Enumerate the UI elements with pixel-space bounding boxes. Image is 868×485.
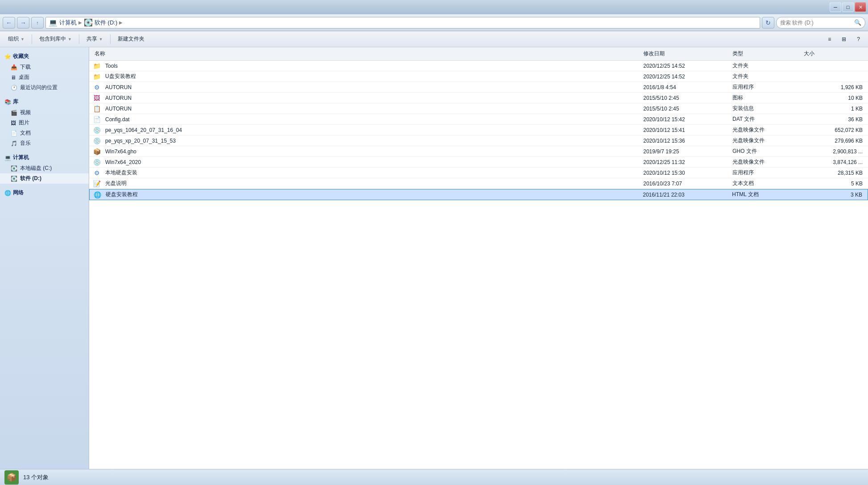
toolbar-sep-3: [110, 34, 111, 44]
file-type: 应用程序: [731, 169, 802, 177]
network-label: 网络: [13, 189, 24, 197]
search-box[interactable]: 🔍: [776, 17, 865, 29]
col-header-size[interactable]: 大小: [802, 49, 864, 58]
sidebar-section-computer: 💻 计算机 💽 本地磁盘 (C:) 💽 软件 (D:): [0, 152, 89, 184]
col-header-type[interactable]: 类型: [731, 49, 802, 58]
sidebar-section-favorites: ⭐ 收藏夹 📥 下载 🖥 桌面 🕐 最近访问的位置: [0, 51, 89, 93]
video-label: 视频: [20, 109, 31, 116]
file-name: Config.dat: [103, 116, 132, 123]
sidebar-item-desktop[interactable]: 🖥 桌面: [0, 72, 89, 82]
status-bar: 📦 13 个对象: [0, 469, 868, 485]
sidebar-section-library-header[interactable]: 📚 库: [0, 96, 89, 107]
toolbar-sep-1: [32, 34, 32, 44]
file-icon: 💿: [93, 137, 101, 145]
main-layout: ⭐ 收藏夹 📥 下载 🖥 桌面 🕐 最近访问的位置 📚 库: [0, 47, 868, 469]
favorites-icon: ⭐: [4, 53, 11, 60]
up-button[interactable]: ↑: [31, 17, 44, 29]
view-button[interactable]: ≡: [823, 33, 835, 45]
sidebar-section-favorites-header[interactable]: ⭐ 收藏夹: [0, 51, 89, 62]
col-header-name[interactable]: 名称: [93, 49, 642, 58]
sidebar-item-music[interactable]: 🎵 音乐: [0, 138, 89, 148]
sidebar-section-computer-header[interactable]: 💻 计算机: [0, 152, 89, 163]
file-size: [802, 76, 864, 77]
table-row[interactable]: ⚙ 本地硬盘安装 2020/10/12 15:30 应用程序 28,315 KB: [89, 168, 868, 178]
path-drive[interactable]: 软件 (D:): [95, 19, 117, 27]
music-icon: 🎵: [11, 140, 17, 147]
address-bar: ← → ↑ 💻 计算机 ▶ 💽 软件 (D:) ▶ ↻ 🔍: [0, 14, 868, 31]
sidebar-item-drive-d[interactable]: 💽 软件 (D:): [0, 173, 89, 184]
file-size: 652,072 KB: [802, 127, 864, 134]
col-header-modified[interactable]: 修改日期: [642, 49, 731, 58]
file-size: 3,874,126 ...: [802, 159, 864, 166]
new-folder-button[interactable]: 新建文件夹: [113, 33, 149, 45]
sidebar-section-network-header[interactable]: 🌐 网络: [0, 187, 89, 198]
file-icon: 📁: [93, 62, 101, 70]
table-row[interactable]: 📋 AUTORUN 2015/5/10 2:45 安装信息 1 KB: [89, 103, 868, 114]
share-button[interactable]: 共享 ▼: [82, 33, 107, 45]
file-type: 文件夹: [731, 72, 802, 81]
file-name: pe_yqs_xp_20_07_31_15_53: [103, 137, 177, 144]
file-modified: 2020/12/25 14:52: [642, 62, 731, 70]
file-rows-container: 📁 Tools 2020/12/25 14:52 文件夹 📁 U盘安装教程 20…: [89, 61, 868, 200]
file-modified: 2020/10/12 15:42: [642, 116, 731, 123]
drive-c-icon: 💽: [11, 165, 17, 172]
table-row[interactable]: 📁 U盘安装教程 2020/12/25 14:52 文件夹: [89, 71, 868, 82]
share-chevron: ▼: [99, 37, 103, 41]
file-icon: 📁: [93, 73, 101, 81]
sidebar-item-downloads[interactable]: 📥 下载: [0, 62, 89, 72]
file-name: Tools: [103, 62, 119, 70]
table-row[interactable]: 📝 光盘说明 2016/10/23 7:07 文本文档 5 KB: [89, 178, 868, 189]
sidebar-item-image[interactable]: 🖼 图片: [0, 118, 89, 128]
table-row[interactable]: 📄 Config.dat 2020/10/12 15:42 DAT 文件 36 …: [89, 114, 868, 125]
sidebar-section-library: 📚 库 🎬 视频 🖼 图片 📄 文档 🎵 音乐: [0, 96, 89, 148]
table-row[interactable]: 📁 Tools 2020/12/25 14:52 文件夹: [89, 61, 868, 71]
table-row[interactable]: 🌐 硬盘安装教程 2016/11/21 22:03 HTML 文档 3 KB: [89, 189, 868, 200]
maximize-button[interactable]: □: [842, 2, 854, 12]
image-label: 图片: [19, 119, 29, 127]
view-options-button[interactable]: ⊞: [837, 33, 851, 45]
address-path[interactable]: 💻 计算机 ▶ 💽 软件 (D:) ▶: [45, 17, 760, 29]
toolbar-sep-2: [79, 34, 79, 44]
back-button[interactable]: ←: [3, 17, 15, 29]
organize-button[interactable]: 组织 ▼: [4, 33, 29, 45]
file-type: 图标: [731, 94, 802, 102]
path-computer[interactable]: 计算机: [59, 19, 77, 27]
close-button[interactable]: ✕: [855, 2, 866, 12]
help-button[interactable]: ?: [852, 33, 864, 45]
search-input[interactable]: [780, 20, 852, 26]
status-count: 13 个对象: [23, 473, 49, 481]
toolbar-right: ≡ ⊞ ?: [823, 33, 864, 45]
table-row[interactable]: 💿 pe_yqs_xp_20_07_31_15_53 2020/10/12 15…: [89, 136, 868, 146]
sidebar-item-video[interactable]: 🎬 视频: [0, 107, 89, 118]
table-row[interactable]: 💿 Win7x64_2020 2020/12/25 11:32 光盘映像文件 3…: [89, 157, 868, 168]
table-row[interactable]: 📦 Win7x64.gho 2019/9/7 19:25 GHO 文件 2,90…: [89, 146, 868, 157]
file-type: 安装信息: [731, 104, 802, 113]
table-row[interactable]: 🖼 AUTORUN 2015/5/10 2:45 图标 10 KB: [89, 93, 868, 103]
file-icon: 📝: [93, 180, 101, 188]
network-icon: 🌐: [4, 190, 11, 196]
sidebar-item-document[interactable]: 📄 文档: [0, 128, 89, 138]
file-type: HTML 文档: [730, 190, 802, 199]
document-icon: 📄: [11, 130, 17, 136]
file-modified: 2020/12/25 11:32: [642, 159, 731, 166]
table-row[interactable]: ⚙ AUTORUN 2016/1/8 4:54 应用程序 1,926 KB: [89, 82, 868, 93]
library-label: 库: [13, 98, 18, 106]
file-size: 10 KB: [802, 95, 864, 102]
file-icon: 🖼: [93, 94, 101, 102]
file-type: 光盘映像文件: [731, 126, 802, 134]
sidebar-item-recent[interactable]: 🕐 最近访问的位置: [0, 82, 89, 93]
refresh-button[interactable]: ↻: [762, 17, 774, 29]
file-size: 28,315 KB: [802, 169, 864, 177]
downloads-icon: 📥: [11, 64, 17, 70]
toolbar: 组织 ▼ 包含到库中 ▼ 共享 ▼ 新建文件夹 ≡ ⊞ ?: [0, 31, 868, 47]
add-to-library-button[interactable]: 包含到库中 ▼: [35, 33, 76, 45]
file-modified: 2016/10/23 7:07: [642, 180, 731, 187]
recent-icon: 🕐: [11, 85, 17, 91]
file-modified: 2016/11/21 22:03: [641, 191, 730, 198]
sidebar-item-drive-c[interactable]: 💽 本地磁盘 (C:): [0, 163, 89, 173]
file-modified: 2015/5/10 2:45: [642, 95, 731, 102]
music-label: 音乐: [20, 140, 31, 147]
minimize-button[interactable]: ─: [830, 2, 841, 12]
forward-button[interactable]: →: [17, 17, 29, 29]
table-row[interactable]: 💿 pe_yqs_1064_20_07_31_16_04 2020/10/12 …: [89, 125, 868, 136]
